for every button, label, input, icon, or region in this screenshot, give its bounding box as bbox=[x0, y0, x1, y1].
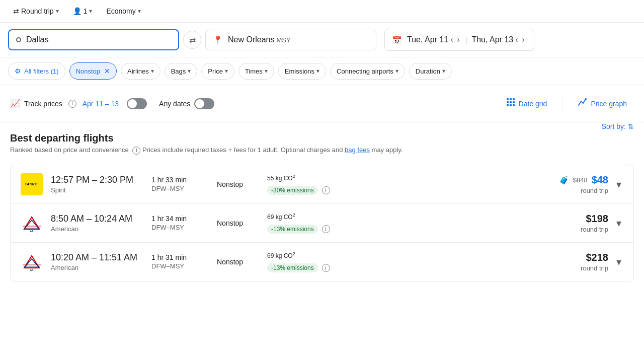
flight-times-aa1: 8:50 AM – 10:24 AM American bbox=[51, 214, 151, 233]
filter-row: ⚙ All filters (1) Nonstop ✕ Airlines ▾ B… bbox=[0, 57, 644, 85]
date-grid-button[interactable]: Date grid bbox=[499, 93, 554, 114]
passengers-chevron: ▾ bbox=[89, 8, 92, 15]
airlines-filter-label: Airlines bbox=[127, 67, 149, 75]
spirit-emissions-text: 55 kg CO2 bbox=[267, 174, 348, 182]
calendar-icon: 📅 bbox=[392, 35, 402, 45]
nonstop-filter-active[interactable]: Nonstop ✕ bbox=[69, 62, 117, 80]
aa1-route: DFW–MSY bbox=[151, 224, 217, 231]
price-graph-icon bbox=[578, 97, 588, 110]
aa1-emissions-info-icon[interactable]: i bbox=[322, 225, 330, 233]
aa2-expand-button[interactable]: ▾ bbox=[614, 254, 623, 270]
sort-by-label: Sort by: bbox=[602, 122, 626, 130]
sort-row: Sort by: ⇅ bbox=[602, 122, 634, 130]
track-prices-label: Track prices bbox=[24, 100, 62, 108]
section-info-icon[interactable]: i bbox=[132, 147, 140, 155]
round-trip-button[interactable]: ⇄ Round trip ▾ bbox=[8, 4, 64, 18]
destination-input-wrap[interactable]: 📍 New Orleans MSY bbox=[205, 30, 376, 50]
origin-input[interactable] bbox=[26, 35, 171, 44]
date-separator: | bbox=[466, 36, 468, 44]
price-filter-label: Price bbox=[208, 67, 223, 75]
cabin-class-label: Economy bbox=[106, 7, 135, 15]
connecting-airports-filter-button[interactable]: Connecting airports ▾ bbox=[330, 63, 405, 80]
passenger-count: 1 bbox=[84, 7, 88, 15]
origin-input-wrap[interactable] bbox=[8, 29, 179, 50]
spirit-price: $48 bbox=[592, 174, 608, 186]
spirit-duration: 1 hr 33 min bbox=[151, 176, 217, 184]
aa2-emissions-info-icon[interactable]: i bbox=[322, 264, 330, 272]
aa1-duration: 1 hr 34 min bbox=[151, 215, 217, 223]
svg-text:AA: AA bbox=[30, 268, 34, 271]
date-grid-icon bbox=[506, 97, 516, 110]
spirit-emissions-wrap: 55 kg CO2 -30% emissions i bbox=[267, 174, 348, 195]
price-graph-button[interactable]: Price graph bbox=[571, 93, 634, 114]
times-filter-button[interactable]: Times ▾ bbox=[238, 63, 274, 80]
aa2-emissions-text: 69 kg CO2 bbox=[267, 251, 348, 259]
cabin-class-button[interactable]: Economy ▾ bbox=[101, 4, 145, 18]
aa2-route: DFW–MSY bbox=[151, 262, 217, 270]
passengers-button[interactable]: 👤 1 ▾ bbox=[68, 4, 98, 18]
swap-button[interactable]: ⇄ bbox=[183, 31, 201, 49]
all-filters-button[interactable]: ⚙ All filters (1) bbox=[8, 62, 65, 80]
aa1-price-type: round trip bbox=[348, 226, 608, 233]
bag-fees-link[interactable]: bag fees bbox=[345, 146, 370, 154]
aa1-stops: Nonstop bbox=[217, 219, 267, 227]
svg-point-9 bbox=[585, 98, 587, 100]
flight-times-spirit: 12:57 PM – 2:30 PM Spirit bbox=[51, 175, 151, 194]
flight-times-aa2: 10:20 AM – 11:51 AM American bbox=[51, 252, 151, 271]
spirit-price-row: 🧳 $848 $48 bbox=[348, 174, 608, 186]
emissions-filter-button[interactable]: Emissions ▾ bbox=[278, 63, 326, 80]
svg-rect-6 bbox=[507, 104, 509, 106]
svg-rect-4 bbox=[510, 101, 512, 103]
spirit-logo: SPIRIT bbox=[21, 173, 43, 195]
round-trip-chevron: ▾ bbox=[56, 8, 59, 15]
svg-rect-3 bbox=[507, 101, 509, 103]
aa1-price: $198 bbox=[586, 213, 609, 225]
aa1-airline: American bbox=[51, 225, 151, 233]
any-dates-toggle-thumb bbox=[195, 99, 204, 108]
sort-icon: ⇅ bbox=[628, 122, 634, 130]
bags-filter-label: Bags bbox=[171, 67, 186, 75]
american-logo-1: AA bbox=[21, 212, 43, 234]
times-filter-label: Times bbox=[245, 67, 263, 75]
spirit-expand-button[interactable]: ▾ bbox=[614, 176, 623, 192]
filter-icon: ⚙ bbox=[15, 67, 21, 75]
nonstop-filter-label: Nonstop bbox=[76, 67, 100, 75]
aa1-emissions-wrap: 69 kg CO2 -13% emissions i bbox=[267, 213, 348, 234]
depart-date-wrap[interactable]: 📅 Tue, Apr 11 ‹ › | Thu, Apr 13 ‹ › bbox=[384, 29, 534, 51]
track-prices-toggle[interactable] bbox=[127, 98, 147, 109]
depart-prev-button[interactable]: ‹ bbox=[448, 34, 455, 45]
duration-filter-button[interactable]: Duration ▾ bbox=[409, 63, 452, 80]
passenger-icon: 👤 bbox=[73, 7, 82, 15]
spirit-emissions-info-icon[interactable]: i bbox=[322, 186, 330, 194]
track-prices-toggle-wrap bbox=[127, 98, 147, 109]
connecting-airports-filter-label: Connecting airports bbox=[337, 67, 393, 75]
return-prev-button[interactable]: ‹ bbox=[513, 34, 520, 45]
aa2-time: 10:20 AM – 11:51 AM bbox=[51, 252, 151, 263]
flight-row[interactable]: AA 8:50 AM – 10:24 AM American 1 hr 34 m… bbox=[11, 204, 633, 243]
aa1-expand-button[interactable]: ▾ bbox=[614, 215, 623, 231]
track-prices-info-icon[interactable]: i bbox=[68, 100, 76, 108]
svg-rect-7 bbox=[510, 104, 512, 106]
flights-section: Best departing flights Ranked based on p… bbox=[0, 122, 644, 282]
return-next-button[interactable]: › bbox=[520, 34, 526, 45]
aa2-price: $218 bbox=[586, 252, 609, 263]
aa2-stops: Nonstop bbox=[217, 258, 267, 266]
ranked-text: Ranked based on price and convenience bbox=[10, 146, 129, 154]
flight-row[interactable]: AA 10:20 AM – 11:51 AM American 1 hr 31 … bbox=[11, 243, 633, 281]
round-trip-icon: ⇄ bbox=[13, 7, 19, 15]
price-filter-button[interactable]: Price ▾ bbox=[201, 63, 234, 80]
flight-row[interactable]: SPIRIT 12:57 PM – 2:30 PM Spirit 1 hr 33… bbox=[11, 165, 633, 204]
any-dates-toggle[interactable] bbox=[194, 98, 214, 109]
aa1-emissions-badge: -13% emissions bbox=[267, 225, 318, 234]
airlines-filter-button[interactable]: Airlines ▾ bbox=[121, 63, 160, 80]
track-prices-dates: Apr 11 – 13 bbox=[83, 100, 119, 108]
track-left-section: 📈 Track prices i Apr 11 – 13 Any dates bbox=[10, 98, 499, 109]
any-dates-label: Any dates bbox=[159, 100, 190, 108]
svg-rect-5 bbox=[513, 101, 515, 103]
sort-by-button[interactable]: Sort by: ⇅ bbox=[602, 122, 634, 130]
spirit-price-wrap: 🧳 $848 $48 round trip bbox=[348, 174, 608, 194]
bags-filter-button[interactable]: Bags ▾ bbox=[165, 63, 198, 80]
depart-next-button[interactable]: › bbox=[455, 34, 461, 45]
nonstop-remove-button[interactable]: ✕ bbox=[104, 67, 110, 75]
price-chevron-icon: ▾ bbox=[225, 67, 228, 75]
